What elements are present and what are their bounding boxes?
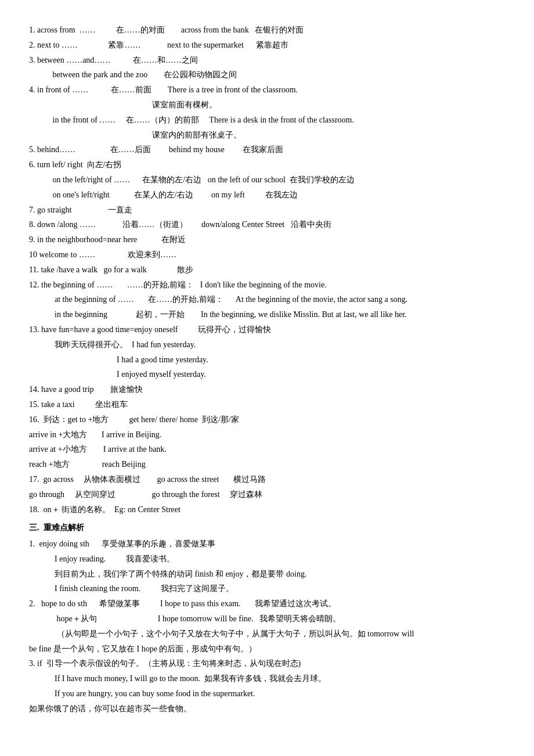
line-35: I enjoy reading. 我喜爱读书。 (29, 552, 505, 566)
line-34: 1. enjoy doing sth 享受做某事的乐趣，喜爱做某事 (29, 537, 505, 551)
line-37: I finish cleaning the room. 我扫完了这间屋子。 (29, 582, 505, 596)
line-16: 11. take /have a walk go for a walk 散步 (29, 263, 505, 277)
line-30: 17. go across 从物体表面横过 go across the stre… (29, 473, 505, 487)
line-42: 3. if 引导一个表示假设的句子。（主将从现：主句将来时态，从句现在时态) (29, 657, 505, 671)
line-43: If I have much money, I will go to the m… (29, 672, 505, 686)
line-36: 到目前为止，我们学了两个特殊的动词 finish 和 enjoy，都是要带 do… (29, 567, 505, 581)
line-1: 2. next to …… 紧靠…… next to the supermark… (29, 38, 505, 52)
line-25: 15. take a taxi 坐出租车 (29, 398, 505, 412)
line-33: 三. 重难点解析 (29, 521, 505, 535)
line-19: in the beginning 起初，一开始 In the beginning… (29, 308, 505, 322)
line-20: 13. have fun=have a good time=enjoy ones… (29, 323, 505, 337)
line-8: 5. behind…… 在……后面 behind my house 在我家后面 (29, 143, 505, 157)
line-10: on the left/right of …… 在某物的左/右边 on the … (29, 173, 505, 187)
line-21: 我昨天玩得很开心。 I had fun yesterday. (29, 338, 505, 352)
line-45: 如果你饿了的话，你可以在超市买一些食物。 (29, 702, 505, 716)
line-9: 6. turn left/ right 向左/右拐 (29, 158, 505, 172)
line-13: 8. down /along …… 沿着……（街道） down/along Ce… (29, 218, 505, 232)
line-44: If you are hungry, you can buy some food… (29, 687, 505, 701)
line-39: hope＋从句 I hope tomorrow will be fine. 我希… (29, 612, 505, 626)
line-27: arrive in +大地方 I arrive in Beijing. (29, 428, 505, 442)
line-28: arrive at +小地方 I arrive at the bank. (29, 442, 505, 456)
line-31: go through 从空间穿过 go through the forest 穿… (29, 488, 505, 502)
line-4: 4. in front of …… 在……前面 There is a tree … (29, 83, 505, 97)
line-17: 12. the beginning of …… ……的开始,前端： I don'… (29, 278, 505, 292)
line-18: at the beginning of …… 在……的开始,前端： At the… (29, 293, 505, 307)
line-38: 2. hope to do sth 希望做某事 I hope to pass t… (29, 597, 505, 611)
line-5: 课室前面有棵树。 (29, 98, 505, 112)
line-23: I enjoyed myself yesterday. (29, 368, 505, 381)
line-0: 1. across from …… 在……的对面 across from the… (29, 23, 505, 37)
line-32: 18. on＋ 街道的名称。 Eg: on Center Street (29, 503, 505, 517)
line-40: （从句即是一个小句子，这个小句子又放在大句子中，从属于大句子，所以叫从句。如 t… (29, 627, 505, 641)
line-11: on one's left/right 在某人的左/右边 on my left … (29, 188, 505, 202)
line-22: I had a good time yesterday. (29, 353, 505, 367)
line-24: 14. have a good trip 旅途愉快 (29, 383, 505, 397)
line-41: be fine 是一个从句，它又放在 I hope 的后面，形成句中有句。） (29, 642, 505, 656)
line-26: 16. 到达：get to +地方 get here/ there/ home … (29, 413, 505, 427)
line-2: 3. between ……and…… 在……和……之间 (29, 53, 505, 67)
line-29: reach +地方 reach Beijing (29, 458, 505, 471)
line-7: 课室内的前部有张桌子。 (29, 128, 505, 142)
line-15: 10 welcome to …… 欢迎来到…… (29, 248, 505, 262)
main-content: 1. across from …… 在……的对面 across from the… (29, 23, 505, 716)
line-3: between the park and the zoo 在公园和动物园之间 (29, 68, 505, 82)
line-14: 9. in the neighborhood=near here 在附近 (29, 233, 505, 247)
line-6: in the front of …… 在……（内）的前部 There is a … (29, 113, 505, 127)
line-12: 7. go straight 一直走 (29, 203, 505, 217)
